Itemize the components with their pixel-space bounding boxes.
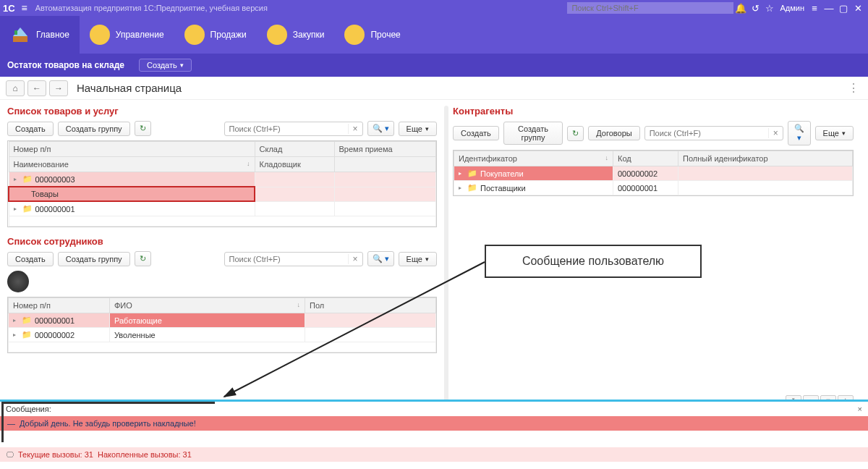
create-button[interactable]: Создать	[7, 122, 54, 136]
col-num[interactable]: Номер п/п	[9, 298, 110, 313]
goods-title: Список товаров и услуг	[7, 106, 437, 117]
subbar: Остаток товаров на складе Создать	[0, 54, 868, 77]
bell-icon[interactable]: 🔔	[733, 3, 748, 14]
nav-management[interactable]: Управление	[80, 16, 174, 54]
search-button[interactable]: 🔍 ▾	[367, 121, 394, 136]
refresh-icon[interactable]: ↻	[135, 251, 151, 266]
svg-rect-0	[13, 36, 27, 42]
goods-grid[interactable]: Номер п/п Склад Время приема Наименовани…	[7, 140, 437, 227]
table-row[interactable]: ▸📁000000002 Уволенные	[9, 328, 436, 342]
create-button[interactable]: Создать	[453, 126, 499, 140]
status-accum-label: Накопленные вызовы:	[98, 450, 180, 459]
clear-icon[interactable]: ×	[348, 124, 362, 134]
back-button[interactable]: ←	[27, 80, 46, 96]
nav-label: Прочее	[370, 30, 400, 40]
status-current-label: Текущие вызовы:	[18, 450, 82, 459]
col-store[interactable]: Склад	[255, 142, 334, 157]
nav-label: Закупки	[293, 30, 325, 40]
settings-lines-icon[interactable]: ≡	[807, 3, 822, 14]
nav-sales[interactable]: Продажи	[174, 16, 257, 54]
user-label[interactable]: Админ	[777, 4, 807, 12]
search-input[interactable]	[225, 253, 348, 266]
col-num[interactable]: Номер п/п	[9, 142, 255, 157]
table-row[interactable]: ▸📁000000001	[9, 201, 436, 216]
nav-label: Главное	[36, 30, 69, 40]
close-icon[interactable]: ✕	[851, 3, 865, 14]
status-current-value: 31	[85, 450, 93, 459]
folder-icon: 📁	[22, 330, 32, 339]
coin-icon	[344, 25, 365, 45]
history-icon[interactable]: ↺	[748, 3, 762, 14]
forward-button[interactable]: →	[49, 80, 68, 96]
folder-icon: 📁	[22, 316, 32, 325]
create-group-button[interactable]: Создать группу	[58, 122, 130, 136]
staff-grid[interactable]: Номер п/п ФИО↓ Пол ▸📁000000001 Работающи…	[7, 297, 437, 353]
table-row[interactable]: Товары	[9, 187, 436, 201]
table-row[interactable]: ▸📁000000001 Работающие	[9, 313, 436, 328]
create-group-button[interactable]: Создать группу	[503, 122, 563, 145]
col-code[interactable]: Код	[613, 151, 678, 166]
search-button[interactable]: 🔍 ▾	[788, 121, 811, 145]
messages-panel: Сообщения: × — Добрый день. Не забудь пр…	[0, 402, 868, 431]
search-input[interactable]	[645, 127, 768, 140]
refresh-icon[interactable]: ↻	[567, 126, 584, 141]
clear-icon[interactable]: ×	[348, 254, 362, 264]
nav-main[interactable]: Главное	[0, 16, 80, 54]
col-fio[interactable]: ФИО↓	[110, 298, 305, 313]
contr-search[interactable]: ×	[644, 126, 783, 140]
refresh-icon[interactable]: ↻	[135, 121, 151, 136]
app-title: Автоматизация предприятия 1С:Предприятие…	[35, 4, 268, 12]
nav-label: Управление	[116, 30, 164, 40]
create-group-button[interactable]: Создать группу	[58, 252, 130, 266]
home-icon	[10, 25, 30, 45]
avatar-placeholder	[7, 271, 29, 292]
column-separator[interactable]	[441, 100, 448, 408]
sort-icon: ↓	[247, 160, 250, 167]
more-button[interactable]: Еще	[399, 122, 437, 136]
navbar: Главное Управление Продажи Закупки Проче…	[0, 16, 868, 54]
clear-icon[interactable]: ×	[768, 128, 783, 138]
folder-icon: 📁	[467, 169, 477, 178]
subbar-create-button[interactable]: Создать	[139, 59, 192, 72]
close-icon[interactable]: ×	[858, 405, 862, 413]
breadcrumb-row: ⌂ ← → Начальная страница ⋮	[0, 77, 868, 100]
home-button[interactable]: ⌂	[6, 80, 25, 96]
folder-icon: 📁	[467, 183, 477, 193]
nav-purchases[interactable]: Закупки	[257, 16, 335, 54]
contracts-button[interactable]: Договоры	[588, 126, 639, 140]
create-button[interactable]: Создать	[7, 252, 54, 266]
contragents-title: Контрагенты	[453, 106, 854, 117]
minimize-icon[interactable]: —	[822, 3, 836, 14]
maximize-icon[interactable]: ▢	[836, 3, 851, 14]
col-full[interactable]: Полный иденификатор	[678, 151, 853, 166]
message-row[interactable]: — Добрый день. Не забудь проверить накла…	[0, 416, 868, 431]
more-button[interactable]: Еще	[399, 252, 437, 266]
annotation-callout: Сообщение пользователю	[485, 245, 702, 278]
svg-rect-2	[14, 30, 17, 35]
search-button[interactable]: 🔍 ▾	[367, 251, 394, 266]
staff-toolbar: Создать Создать группу ↻ × 🔍 ▾ Еще	[7, 251, 437, 266]
col-id[interactable]: Идентификатор↓	[454, 151, 613, 166]
logo: 1C	[3, 3, 15, 14]
global-search-input[interactable]	[567, 2, 733, 14]
more-button[interactable]: Еще	[815, 126, 854, 140]
table-row[interactable]: ▸📁000000003	[9, 172, 436, 187]
goods-search[interactable]: ×	[224, 122, 363, 136]
nav-other[interactable]: Прочее	[334, 16, 410, 54]
callout-text: Сообщение пользователю	[522, 255, 664, 268]
col-keeper[interactable]: Кладовщик	[255, 157, 334, 172]
main-area: Список товаров и услуг Создать Создать г…	[0, 100, 868, 408]
dash-icon: —	[7, 419, 15, 428]
staff-search[interactable]: ×	[224, 252, 363, 266]
kebab-icon[interactable]: ⋮	[845, 81, 862, 95]
col-sex[interactable]: Пол	[305, 298, 436, 313]
table-row[interactable]: ▸📁Покупатели 000000002	[454, 166, 853, 181]
subbar-title: Остаток товаров на складе	[7, 60, 124, 70]
menu-icon[interactable]: ≡	[18, 2, 31, 14]
contragents-grid[interactable]: Идентификатор↓ Код Полный иденификатор ▸…	[453, 150, 854, 196]
col-time[interactable]: Время приема	[334, 142, 436, 157]
col-name[interactable]: Наименование↓	[9, 157, 255, 172]
star-icon[interactable]: ☆	[762, 3, 777, 14]
table-row[interactable]: ▸📁Поставщики 000000001	[454, 181, 853, 195]
search-input[interactable]	[225, 122, 348, 135]
